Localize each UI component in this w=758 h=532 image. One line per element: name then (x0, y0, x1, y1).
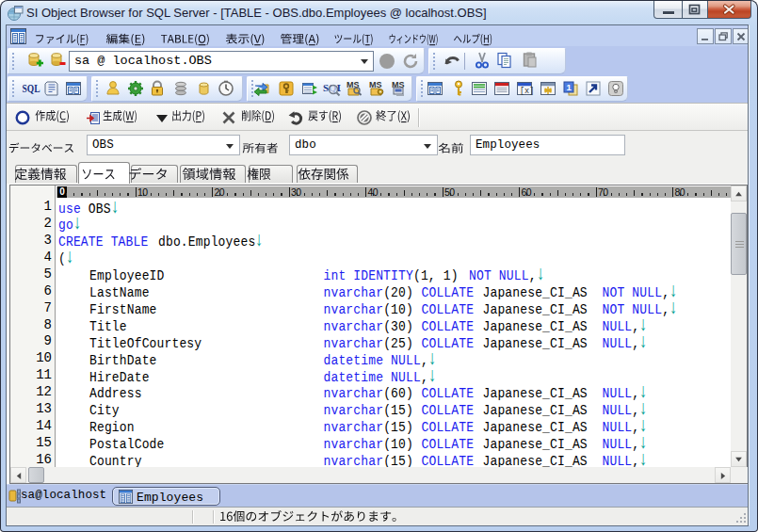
svg-text:[x]: [x] (520, 87, 534, 96)
svg-text:SQL: SQL (23, 82, 40, 95)
svg-text:1: 1 (567, 82, 573, 92)
